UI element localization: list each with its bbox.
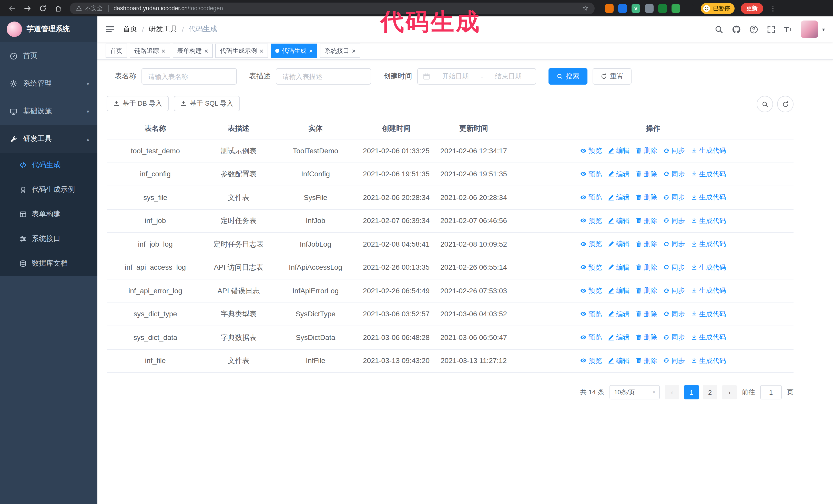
sidebar-item-2[interactable]: 基础设施▾ [0, 97, 97, 125]
extension-orange[interactable] [605, 4, 614, 13]
prev-page-button[interactable]: ‹ [665, 385, 679, 400]
tab-5[interactable]: 系统接口× [320, 44, 360, 58]
close-icon[interactable]: × [204, 47, 208, 54]
action-delete[interactable]: 删除 [636, 285, 657, 296]
action-delete[interactable]: 删除 [636, 308, 657, 320]
goto-page-input[interactable] [760, 385, 782, 400]
close-icon[interactable]: × [352, 47, 356, 54]
action-preview[interactable]: 预览 [580, 145, 602, 157]
action-delete[interactable]: 删除 [636, 168, 657, 180]
tab-2[interactable]: 表单构建× [172, 44, 213, 58]
close-icon[interactable]: × [259, 47, 263, 54]
tab-3[interactable]: 代码生成示例× [215, 44, 268, 58]
home-button[interactable] [51, 2, 65, 15]
address-bar[interactable]: 不安全 dashboard.yudao.iocoder.cn/tool/code… [70, 2, 595, 14]
logo[interactable]: 芋道管理系统 [0, 17, 97, 42]
reset-button[interactable]: 重置 [593, 68, 632, 85]
close-icon[interactable]: × [162, 47, 165, 54]
action-preview[interactable]: 预览 [580, 261, 602, 273]
tab-4[interactable]: 代码生成× [271, 44, 317, 58]
action-preview[interactable]: 预览 [580, 215, 602, 226]
breadcrumb-item[interactable]: 首页 [123, 25, 137, 34]
action-sync[interactable]: 同步 [663, 238, 685, 250]
action-edit[interactable]: 编辑 [608, 261, 629, 273]
action-delete[interactable]: 删除 [636, 261, 657, 273]
action-sync[interactable]: 同步 [663, 191, 685, 203]
forward-button[interactable] [21, 2, 34, 15]
action-preview[interactable]: 预览 [580, 331, 602, 343]
action-preview[interactable]: 预览 [580, 355, 602, 366]
table-desc-input[interactable] [276, 68, 371, 85]
action-delete[interactable]: 删除 [636, 191, 657, 203]
extension-blue[interactable] [618, 4, 627, 13]
action-edit[interactable]: 编辑 [608, 238, 629, 250]
action-edit[interactable]: 编辑 [608, 285, 629, 296]
fullscreen-icon[interactable] [767, 25, 775, 33]
extension-vue[interactable]: V [632, 4, 640, 13]
action-sync[interactable]: 同步 [663, 331, 685, 343]
sidebar-subitem-1[interactable]: 代码生成示例 [0, 177, 97, 202]
sidebar-subitem-0[interactable]: 代码生成 [0, 153, 97, 177]
close-icon[interactable]: × [309, 47, 313, 54]
action-generate-code[interactable]: 生成代码 [691, 261, 726, 273]
table-name-input[interactable] [142, 68, 237, 85]
action-generate-code[interactable]: 生成代码 [691, 191, 726, 203]
tab-0[interactable]: 首页 [105, 44, 127, 58]
action-generate-code[interactable]: 生成代码 [691, 331, 726, 343]
user-avatar[interactable] [801, 21, 818, 38]
action-sync[interactable]: 同步 [663, 168, 685, 180]
search-button[interactable]: 搜索 [548, 68, 588, 85]
kebab-menu-icon[interactable]: ⋮ [769, 4, 777, 12]
action-sync[interactable]: 同步 [663, 215, 685, 226]
toggle-search-button[interactable] [757, 96, 773, 112]
action-edit[interactable]: 编辑 [608, 308, 629, 320]
action-delete[interactable]: 删除 [636, 331, 657, 343]
search-icon[interactable] [714, 25, 723, 33]
import-db-button[interactable]: 基于 DB 导入 [106, 96, 169, 111]
sidebar-subitem-4[interactable]: 数据库文档 [0, 251, 97, 276]
action-generate-code[interactable]: 生成代码 [691, 215, 726, 226]
action-generate-code[interactable]: 生成代码 [691, 355, 726, 366]
sidebar-item-0[interactable]: 首页 [0, 42, 97, 70]
tab-1[interactable]: 链路追踪× [130, 44, 170, 58]
action-preview[interactable]: 预览 [580, 191, 602, 203]
action-preview[interactable]: 预览 [580, 308, 602, 320]
action-sync[interactable]: 同步 [663, 261, 685, 273]
action-generate-code[interactable]: 生成代码 [691, 145, 726, 157]
action-delete[interactable]: 删除 [636, 238, 657, 250]
sidebar-item-1[interactable]: 系统管理▾ [0, 70, 97, 97]
extension-people[interactable] [645, 4, 653, 13]
date-range-picker[interactable]: 开始日期 - 结束日期 [417, 68, 536, 85]
sidebar-subitem-2[interactable]: 表单构建 [0, 202, 97, 226]
extension-dark-green[interactable] [658, 4, 667, 13]
action-edit[interactable]: 编辑 [608, 145, 629, 157]
action-generate-code[interactable]: 生成代码 [691, 285, 726, 296]
refresh-table-button[interactable] [777, 96, 793, 112]
update-button[interactable]: 更新 [741, 3, 763, 14]
action-delete[interactable]: 删除 [636, 215, 657, 226]
hamburger-icon[interactable] [105, 25, 115, 34]
action-generate-code[interactable]: 生成代码 [691, 308, 726, 320]
action-delete[interactable]: 删除 [636, 355, 657, 366]
bookmark-star-icon[interactable] [582, 5, 589, 11]
extension-paw[interactable] [685, 4, 694, 13]
action-delete[interactable]: 删除 [636, 145, 657, 157]
action-preview[interactable]: 预览 [580, 168, 602, 180]
action-sync[interactable]: 同步 [663, 355, 685, 366]
help-icon[interactable] [749, 25, 758, 33]
github-icon[interactable] [732, 25, 740, 33]
breadcrumb-item[interactable]: 研发工具 [149, 25, 177, 34]
action-sync[interactable]: 同步 [663, 145, 685, 157]
action-edit[interactable]: 编辑 [608, 215, 629, 226]
action-preview[interactable]: 预览 [580, 238, 602, 250]
action-edit[interactable]: 编辑 [608, 168, 629, 180]
sidebar-subitem-3[interactable]: 系统接口 [0, 226, 97, 251]
action-edit[interactable]: 编辑 [608, 331, 629, 343]
page-button-2[interactable]: 2 [703, 385, 717, 400]
action-generate-code[interactable]: 生成代码 [691, 238, 726, 250]
font-size-icon[interactable]: TT [784, 25, 792, 33]
sidebar-item-3[interactable]: 研发工具▴ [0, 125, 97, 153]
action-preview[interactable]: 预览 [580, 285, 602, 296]
extension-leaf[interactable] [671, 4, 680, 13]
import-sql-button[interactable]: 基于 SQL 导入 [174, 96, 240, 111]
